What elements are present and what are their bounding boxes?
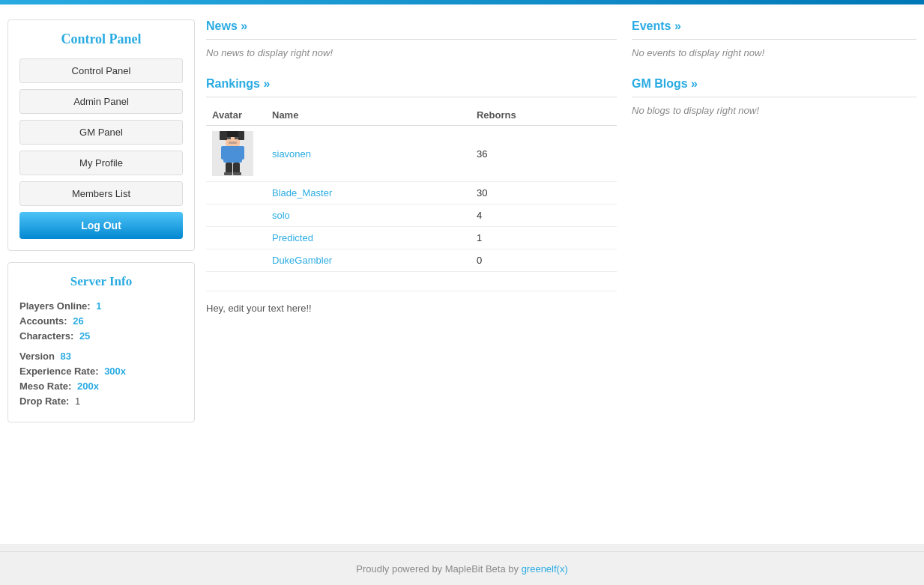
accounts-row: Accounts: 26 [19,315,183,327]
rankings-header: Rankings » [206,77,617,97]
version-row: Version 83 [19,351,183,362]
news-section: News » No news to display right now! [206,19,617,58]
members-list-link[interactable]: Members List [19,181,183,206]
news-header: News » [206,19,617,40]
gm-blogs-section: GM Blogs » No blogs to display right now… [632,77,917,116]
accounts-value: 26 [73,315,83,327]
avatar-cell [206,182,266,204]
svg-rect-6 [229,142,237,144]
players-online-label: Players Online: [19,300,91,312]
events-no-content: No events to display right now! [632,47,917,58]
player-name-cell: Blade_Master [266,182,471,204]
characters-row: Characters: 25 [19,330,183,342]
players-online-value: 1 [96,300,101,312]
svg-rect-11 [233,163,240,174]
avatar-cell [206,126,266,182]
avatar [212,131,253,176]
table-row: siavonen 36 [206,126,617,182]
reborns-cell: 0 [471,249,617,272]
accounts-label: Accounts: [19,315,67,327]
my-profile-link[interactable]: My Profile [19,151,183,175]
meso-rate-value: 200x [77,381,99,392]
col-name: Name [266,105,471,126]
player-name-cell: Predicted [266,227,471,249]
drop-rate-row: Drop Rate: 1 [19,395,183,407]
sidebar: Control Panel Control Panel Admin Panel … [7,19,195,434]
events-header: Events » [632,19,917,40]
svg-rect-4 [227,137,231,139]
characters-label: Characters: [19,330,73,342]
player-name-link[interactable]: Predicted [272,232,313,243]
server-info-title: Server Info [19,274,183,289]
exp-rate-label: Experience Rate: [19,366,99,377]
footer-link[interactable]: greenelf(x) [522,563,568,575]
logout-button[interactable]: Log Out [19,212,183,239]
col-right: Events » No events to display right now!… [632,19,917,314]
reborns-cell: 30 [471,182,617,204]
content-columns: News » No news to display right now! Ran… [206,19,917,314]
gm-blogs-header: GM Blogs » [632,77,917,97]
reborns-cell: 36 [471,126,617,182]
table-row: solo 4 [206,204,617,227]
character-svg [212,131,253,176]
svg-rect-12 [224,172,232,175]
control-panel-link[interactable]: Control Panel [19,58,183,83]
news-no-content: No news to display right now! [206,47,617,58]
rankings-section: Rankings » Avatar Name Reborns [206,77,617,272]
svg-rect-13 [233,172,241,175]
events-section: Events » No events to display right now! [632,19,917,58]
svg-rect-8 [221,146,227,160]
player-name-link[interactable]: Blade_Master [272,187,332,198]
meso-rate-label: Meso Rate: [19,381,71,392]
table-row: DukeGambler 0 [206,249,617,272]
svg-rect-5 [235,137,238,139]
player-name-link[interactable]: solo [272,210,290,221]
news-link[interactable]: News » [206,19,247,32]
footer-text: Proudly powered by MapleBit Beta by [356,563,521,575]
characters-value: 25 [79,330,90,342]
drop-rate-label: Drop Rate: [19,395,69,407]
svg-rect-10 [226,163,232,174]
players-online-row: Players Online: 1 [19,300,183,312]
svg-rect-9 [238,146,244,160]
gm-blogs-no-content: No blogs to display right now! [632,105,917,116]
meso-rate-row: Meso Rate: 200x [19,381,183,392]
control-panel-title: Control Panel [19,31,183,47]
col-avatar: Avatar [206,105,266,126]
layout: Control Panel Control Panel Admin Panel … [7,12,917,441]
svg-rect-2 [220,131,227,140]
col-left: News » No news to display right now! Ran… [206,19,617,314]
table-row: Blade_Master 30 [206,182,617,204]
avatar-cell [206,249,266,272]
drop-rate-value: 1 [75,395,80,407]
player-name-link[interactable]: DukeGambler [272,255,332,266]
reborns-cell: 1 [471,227,617,249]
player-name-cell: DukeGambler [266,249,471,272]
col-reborns: Reborns [471,105,617,126]
control-panel-box: Control Panel Control Panel Admin Panel … [7,19,195,251]
exp-rate-value: 300x [104,366,126,377]
player-name-link[interactable]: siavonen [272,148,311,160]
rankings-header-row: Avatar Name Reborns [206,105,617,126]
admin-panel-link[interactable]: Admin Panel [19,89,183,114]
table-row: Predicted 1 [206,227,617,249]
rankings-link[interactable]: Rankings » [206,77,270,90]
version-value: 83 [61,351,71,362]
main-wrapper: Control Panel Control Panel Admin Panel … [0,4,924,544]
footer: Proudly powered by MapleBit Beta by gree… [0,551,924,585]
avatar-cell [206,227,266,249]
main-content: News » No news to display right now! Ran… [206,19,917,434]
avatar-cell [206,204,266,227]
rankings-table: Avatar Name Reborns [206,105,617,272]
reborns-cell: 4 [471,204,617,227]
svg-rect-3 [238,131,244,140]
gm-panel-link[interactable]: GM Panel [19,120,183,145]
gm-blogs-link[interactable]: GM Blogs » [632,77,698,90]
events-link[interactable]: Events » [632,19,681,32]
player-name-cell: solo [266,204,471,227]
bottom-text: Hey, edit your text here!! [206,291,617,314]
version-label: Version [19,351,55,362]
player-name-cell: siavonen [266,126,471,182]
exp-rate-row: Experience Rate: 300x [19,366,183,377]
server-info-box: Server Info Players Online: 1 Accounts: … [7,262,195,422]
